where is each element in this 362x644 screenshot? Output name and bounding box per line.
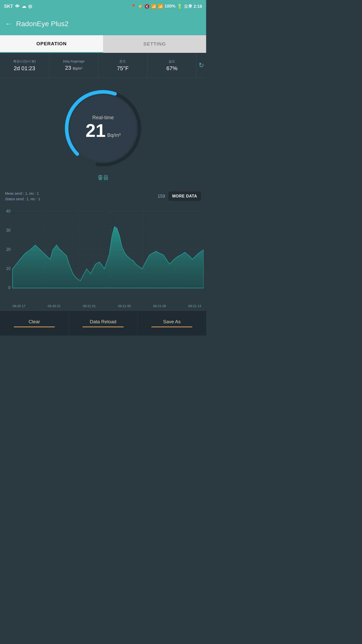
battery-icon: 🔋 [177, 4, 182, 9]
chart-x-labels: 09-20 17 09-20 21 09-21 01 09-21 05 09-2… [3, 303, 204, 310]
chart-container: 40 30 20 10 0 09-20 17 09-20 21 09-21 01… [0, 204, 206, 310]
info-right: 159 MORE DATA [158, 191, 201, 201]
save-as-button[interactable]: Save As [138, 311, 206, 336]
data-count: 159 [158, 194, 165, 199]
bottom-bar: Clear Data Reload Save As [0, 310, 206, 336]
gauge-unit: Bq/m³ [107, 132, 120, 138]
info-text: Meas send : 1, rec : 1 Status send : 1, … [5, 191, 40, 202]
tab-setting[interactable]: SETTING [103, 35, 206, 53]
status-icon2: ◎ [28, 4, 32, 9]
location-icon: 📍 [131, 4, 136, 9]
eye-icon: 👁 [15, 4, 20, 9]
refresh-button[interactable]: ↻ [197, 53, 206, 78]
signal-icon: 📶 [158, 4, 163, 9]
chart-svg: 40 30 20 10 0 [3, 207, 204, 302]
stat-humidity: 습도 67% [148, 53, 197, 78]
battery-label: 100% [165, 4, 175, 9]
carrier-label: SKT [4, 4, 13, 9]
wifi-icon: 📶 [151, 4, 156, 9]
info-row: Meas send : 1, rec : 1 Status send : 1, … [0, 189, 206, 204]
data-reload-button-underline [82, 327, 124, 327]
svg-text:10: 10 [6, 266, 11, 271]
time-label: 오후 2:16 [184, 4, 202, 9]
data-reload-button[interactable]: Data Reload [69, 311, 138, 336]
stat-measurement-time: 측정시간(시:분) 2d 01:23 [0, 53, 49, 78]
bluetooth-icon: ⚡ [138, 4, 143, 9]
clear-button[interactable]: Clear [0, 311, 69, 336]
status-left: SKT 👁 ☁ ◎ [4, 4, 32, 9]
tabs-bar: OPERATION SETTING [0, 35, 206, 53]
save-as-button-underline [151, 327, 193, 327]
gauge-section: Real-time 21 Bq/m³ 좋음 [0, 78, 206, 189]
gauge-text: Real-time 21 Bq/m³ [85, 115, 120, 140]
refresh-icon: ↻ [199, 61, 204, 69]
app-title: RadonEye Plus2 [16, 20, 69, 28]
stat-2day-average: 2day Avgerage 23 Bq/m³ [49, 53, 99, 78]
status-bar: SKT 👁 ☁ ◎ 📍 ⚡ 🔇 📶 📶 100% 🔋 오후 2:16 [0, 0, 206, 13]
gauge-container: Real-time 21 Bq/m³ [60, 86, 146, 171]
status-icon1: ☁ [22, 4, 26, 9]
more-data-button[interactable]: MORE DATA [168, 191, 201, 201]
back-button[interactable]: ← [5, 20, 12, 28]
gauge-value: 21 [85, 122, 106, 140]
clear-button-underline [14, 327, 55, 327]
stats-row: 측정시간(시:분) 2d 01:23 2day Avgerage 23 Bq/m… [0, 53, 206, 78]
svg-text:40: 40 [6, 209, 11, 213]
stat-temperature: 온도 75°F [98, 53, 148, 78]
gauge-status: 좋음 [98, 174, 109, 181]
svg-text:30: 30 [6, 228, 11, 232]
svg-text:0: 0 [8, 286, 11, 290]
header: ← RadonEye Plus2 [0, 13, 206, 35]
tab-operation[interactable]: OPERATION [0, 35, 103, 53]
svg-text:20: 20 [6, 247, 11, 252]
gauge-realtime-label: Real-time [85, 115, 120, 120]
mute-icon: 🔇 [144, 4, 150, 9]
status-right: 📍 ⚡ 🔇 📶 📶 100% 🔋 오후 2:16 [131, 4, 202, 9]
